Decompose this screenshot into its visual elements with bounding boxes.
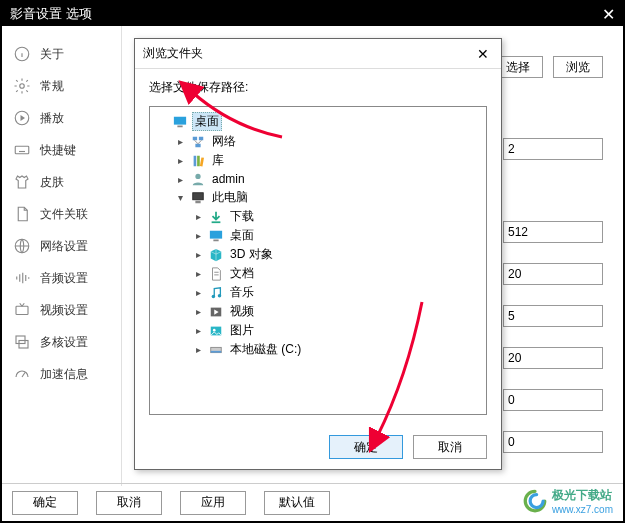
chevron-right-icon[interactable]: ▸ [192,211,204,223]
speed-icon [12,364,32,384]
sidebar-item-playback[interactable]: 播放 [2,102,121,134]
tree-item-videos[interactable]: ▸ 视频 [192,302,484,321]
chevron-right-icon[interactable]: ▸ [192,249,204,261]
svg-rect-31 [197,155,200,166]
sidebar-label: 快捷键 [40,142,76,159]
chevron-right-icon[interactable]: ▸ [192,268,204,280]
tree-item-desktop[interactable]: 桌面 [156,111,484,132]
tree-item-3d-objects[interactable]: ▸ 3D 对象 [192,245,484,264]
field-3[interactable] [503,263,603,285]
download-icon [208,209,224,225]
tshirt-icon [12,172,32,192]
field-7[interactable] [503,431,603,453]
desktop-icon [208,228,224,244]
close-icon[interactable]: ✕ [602,5,615,24]
tree-item-network[interactable]: ▸ 网络 [174,132,484,151]
sidebar-label: 皮肤 [40,174,64,191]
defaults-button[interactable]: 默认值 [264,491,330,515]
tree-label: 网络 [210,133,238,150]
folder-tree[interactable]: 桌面 ▸ 网络 ▸ [149,106,487,415]
keyboard-icon [12,140,32,160]
svg-point-46 [213,328,216,331]
sidebar-item-general[interactable]: 常规 [2,70,121,102]
sidebar-item-hotkeys[interactable]: 快捷键 [2,134,121,166]
sidebar-item-skin[interactable]: 皮肤 [2,166,121,198]
chevron-right-icon[interactable]: ▸ [192,344,204,356]
sidebar: 关于 常规 播放 快捷键 皮肤 文件关联 [2,26,122,486]
tree-item-downloads[interactable]: ▸ 下载 [192,207,484,226]
tree-item-this-pc[interactable]: ▾ 此电脑 [174,188,484,207]
pc-icon [190,190,206,206]
sidebar-item-about[interactable]: 关于 [2,38,121,70]
tree-item-admin[interactable]: ▸ admin [174,170,484,188]
sidebar-label: 常规 [40,78,64,95]
gear-icon [12,76,32,96]
svg-point-33 [195,174,200,179]
svg-line-28 [195,140,199,144]
svg-rect-27 [195,143,200,147]
tree-label: 库 [210,152,226,169]
field-5[interactable] [503,347,603,369]
field-1[interactable] [503,138,603,160]
watermark-name: 极光下载站 [552,487,613,504]
ok-button[interactable]: 确定 [12,491,78,515]
tree-label: 文档 [228,265,256,282]
sidebar-item-video[interactable]: 视频设置 [2,294,121,326]
chevron-right-icon[interactable]: ▸ [192,306,204,318]
tree-item-libraries[interactable]: ▸ 库 [174,151,484,170]
sidebar-item-accel[interactable]: 加速信息 [2,358,121,390]
svg-rect-6 [15,146,29,154]
watermark-logo-icon [522,488,548,514]
tree-label: 音乐 [228,284,256,301]
cancel-button[interactable]: 取消 [96,491,162,515]
svg-point-42 [218,293,222,297]
audio-icon [12,268,32,288]
browse-button[interactable]: 浏览 [553,56,603,78]
sidebar-label: 文件关联 [40,206,88,223]
dialog-ok-button[interactable]: 确定 [329,435,403,459]
svg-rect-20 [16,336,25,344]
svg-rect-21 [19,341,28,349]
field-2[interactable] [503,221,603,243]
tree-label: 图片 [228,322,256,339]
chevron-right-icon[interactable]: ▸ [174,155,186,167]
libraries-icon [190,153,206,169]
chevron-right-icon[interactable]: ▸ [192,325,204,337]
tree-item-local-disk[interactable]: ▸ 本地磁盘 (C:) [192,340,484,359]
dialog-close-icon[interactable]: ✕ [473,46,493,62]
sidebar-label: 网络设置 [40,238,88,255]
browse-folder-dialog: 浏览文件夹 ✕ 选择文件保存路径: 桌面 [134,38,502,470]
tree-item-documents[interactable]: ▸ 文档 [192,264,484,283]
svg-rect-24 [177,125,182,127]
tree-label: 此电脑 [210,189,250,206]
chevron-right-icon[interactable]: ▸ [192,287,204,299]
field-6[interactable] [503,389,603,411]
pictures-icon [208,323,224,339]
sidebar-item-file-assoc[interactable]: 文件关联 [2,198,121,230]
info-icon [12,44,32,64]
svg-rect-17 [16,306,28,314]
tree-item-music[interactable]: ▸ 音乐 [192,283,484,302]
chevron-right-icon[interactable]: ▸ [174,173,186,185]
sidebar-label: 多核设置 [40,334,88,351]
svg-rect-38 [213,239,218,241]
globe-icon [12,236,32,256]
svg-rect-37 [210,230,222,238]
apply-button[interactable]: 应用 [180,491,246,515]
tree-label: 3D 对象 [228,246,275,263]
dialog-cancel-button[interactable]: 取消 [413,435,487,459]
sidebar-item-audio[interactable]: 音频设置 [2,262,121,294]
tree-item-desktop2[interactable]: ▸ 桌面 [192,226,484,245]
sidebar-label: 音频设置 [40,270,88,287]
sidebar-item-network[interactable]: 网络设置 [2,230,121,262]
svg-rect-30 [194,155,197,166]
sidebar-label: 视频设置 [40,302,88,319]
watermark-url: www.xz7.com [552,504,613,515]
chevron-right-icon[interactable]: ▸ [192,230,204,242]
svg-line-22 [22,373,25,378]
chevron-down-icon[interactable]: ▾ [174,192,186,204]
tree-item-pictures[interactable]: ▸ 图片 [192,321,484,340]
field-4[interactable] [503,305,603,327]
chevron-right-icon[interactable]: ▸ [174,136,186,148]
sidebar-item-multicore[interactable]: 多核设置 [2,326,121,358]
